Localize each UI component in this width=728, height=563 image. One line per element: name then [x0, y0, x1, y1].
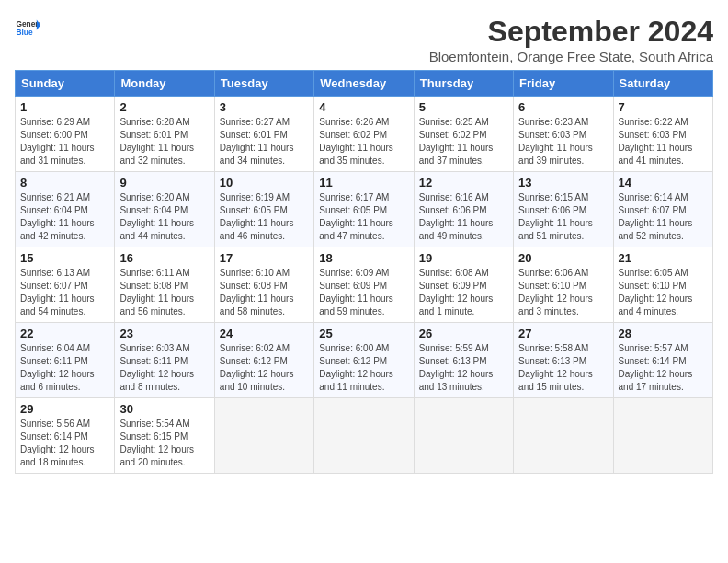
- calendar-cell: 28Sunrise: 5:57 AM Sunset: 6:14 PM Dayli…: [613, 323, 712, 398]
- day-number: 29: [20, 402, 109, 416]
- header-wednesday: Wednesday: [314, 71, 414, 97]
- day-info: Sunrise: 6:17 AM Sunset: 6:05 PM Dayligh…: [319, 191, 408, 243]
- calendar-cell: 24Sunrise: 6:02 AM Sunset: 6:12 PM Dayli…: [214, 323, 313, 398]
- day-info: Sunrise: 5:57 AM Sunset: 6:14 PM Dayligh…: [619, 342, 708, 394]
- day-number: 7: [619, 100, 708, 114]
- calendar-cell: [314, 398, 414, 474]
- calendar-cell: 26Sunrise: 5:59 AM Sunset: 6:13 PM Dayli…: [414, 323, 513, 398]
- day-number: 21: [619, 251, 708, 265]
- day-number: 23: [119, 327, 209, 340]
- main-title: September 2024: [429, 15, 713, 49]
- day-number: 16: [119, 251, 209, 265]
- subtitle: Bloemfontein, Orange Free State, South A…: [429, 49, 713, 64]
- calendar-week-3: 15Sunrise: 6:13 AM Sunset: 6:07 PM Dayli…: [16, 247, 713, 323]
- calendar-cell: 22Sunrise: 6:04 AM Sunset: 6:11 PM Dayli…: [16, 323, 115, 398]
- calendar-cell: 21Sunrise: 6:05 AM Sunset: 6:10 PM Dayli…: [613, 247, 712, 323]
- day-number: 15: [20, 251, 109, 265]
- day-number: 20: [518, 251, 608, 265]
- calendar-cell: 18Sunrise: 6:09 AM Sunset: 6:09 PM Dayli…: [314, 247, 414, 323]
- calendar-cell: 2Sunrise: 6:28 AM Sunset: 6:01 PM Daylig…: [115, 97, 214, 172]
- calendar-cell: 12Sunrise: 6:16 AM Sunset: 6:06 PM Dayli…: [414, 172, 513, 247]
- logo-icon: General Blue: [15, 15, 40, 40]
- day-number: 9: [119, 176, 209, 190]
- header-sunday: Sunday: [16, 71, 115, 97]
- day-info: Sunrise: 6:25 AM Sunset: 6:02 PM Dayligh…: [419, 116, 508, 167]
- day-info: Sunrise: 6:23 AM Sunset: 6:03 PM Dayligh…: [518, 116, 608, 167]
- calendar-week-4: 22Sunrise: 6:04 AM Sunset: 6:11 PM Dayli…: [16, 323, 713, 398]
- day-number: 12: [419, 176, 508, 190]
- day-info: Sunrise: 6:21 AM Sunset: 6:04 PM Dayligh…: [20, 191, 109, 243]
- day-info: Sunrise: 6:16 AM Sunset: 6:06 PM Dayligh…: [419, 191, 508, 243]
- calendar-cell: 16Sunrise: 6:11 AM Sunset: 6:08 PM Dayli…: [115, 247, 214, 323]
- calendar-cell: 13Sunrise: 6:15 AM Sunset: 6:06 PM Dayli…: [514, 172, 613, 247]
- calendar-cell: 17Sunrise: 6:10 AM Sunset: 6:08 PM Dayli…: [214, 247, 313, 323]
- calendar-cell: 29Sunrise: 5:56 AM Sunset: 6:14 PM Dayli…: [16, 398, 115, 474]
- calendar-cell: 10Sunrise: 6:19 AM Sunset: 6:05 PM Dayli…: [214, 172, 313, 247]
- calendar-cell: 23Sunrise: 6:03 AM Sunset: 6:11 PM Dayli…: [115, 323, 214, 398]
- day-info: Sunrise: 6:22 AM Sunset: 6:03 PM Dayligh…: [619, 116, 708, 167]
- day-info: Sunrise: 6:10 AM Sunset: 6:08 PM Dayligh…: [220, 267, 309, 318]
- day-info: Sunrise: 6:04 AM Sunset: 6:11 PM Dayligh…: [20, 342, 109, 394]
- day-info: Sunrise: 6:05 AM Sunset: 6:10 PM Dayligh…: [619, 267, 708, 318]
- day-info: Sunrise: 6:08 AM Sunset: 6:09 PM Dayligh…: [419, 267, 508, 318]
- day-info: Sunrise: 6:02 AM Sunset: 6:12 PM Dayligh…: [220, 342, 309, 394]
- day-info: Sunrise: 6:26 AM Sunset: 6:02 PM Dayligh…: [319, 116, 408, 167]
- day-info: Sunrise: 5:56 AM Sunset: 6:14 PM Dayligh…: [20, 418, 109, 469]
- calendar-week-1: 1Sunrise: 6:29 AM Sunset: 6:00 PM Daylig…: [16, 97, 713, 172]
- day-info: Sunrise: 6:06 AM Sunset: 6:10 PM Dayligh…: [518, 267, 608, 318]
- header-saturday: Saturday: [613, 71, 712, 97]
- calendar-cell: 9Sunrise: 6:20 AM Sunset: 6:04 PM Daylig…: [115, 172, 214, 247]
- day-number: 13: [518, 176, 608, 190]
- calendar-cell: 30Sunrise: 5:54 AM Sunset: 6:15 PM Dayli…: [115, 398, 214, 474]
- day-number: 30: [119, 402, 209, 416]
- calendar-cell: 27Sunrise: 5:58 AM Sunset: 6:13 PM Dayli…: [514, 323, 613, 398]
- calendar-cell: 14Sunrise: 6:14 AM Sunset: 6:07 PM Dayli…: [613, 172, 712, 247]
- day-info: Sunrise: 5:59 AM Sunset: 6:13 PM Dayligh…: [419, 342, 508, 394]
- calendar-cell: [613, 398, 712, 474]
- calendar-header-row: Sunday Monday Tuesday Wednesday Thursday…: [16, 71, 713, 97]
- calendar-cell: 6Sunrise: 6:23 AM Sunset: 6:03 PM Daylig…: [514, 97, 613, 172]
- calendar-week-2: 8Sunrise: 6:21 AM Sunset: 6:04 PM Daylig…: [16, 172, 713, 247]
- calendar-cell: 25Sunrise: 6:00 AM Sunset: 6:12 PM Dayli…: [314, 323, 414, 398]
- day-info: Sunrise: 6:20 AM Sunset: 6:04 PM Dayligh…: [119, 191, 209, 243]
- header-friday: Friday: [514, 71, 613, 97]
- day-number: 10: [220, 176, 309, 190]
- day-number: 2: [119, 100, 209, 114]
- day-number: 26: [419, 327, 508, 340]
- header-thursday: Thursday: [414, 71, 513, 97]
- calendar-cell: 1Sunrise: 6:29 AM Sunset: 6:00 PM Daylig…: [16, 97, 115, 172]
- logo: General Blue: [15, 15, 40, 40]
- day-info: Sunrise: 6:14 AM Sunset: 6:07 PM Dayligh…: [619, 191, 708, 243]
- day-info: Sunrise: 6:03 AM Sunset: 6:11 PM Dayligh…: [119, 342, 209, 394]
- calendar-table: Sunday Monday Tuesday Wednesday Thursday…: [15, 70, 713, 474]
- day-number: 14: [619, 176, 708, 190]
- day-info: Sunrise: 6:11 AM Sunset: 6:08 PM Dayligh…: [119, 267, 209, 318]
- day-number: 18: [319, 251, 408, 265]
- day-info: Sunrise: 6:27 AM Sunset: 6:01 PM Dayligh…: [220, 116, 309, 167]
- day-number: 1: [20, 100, 109, 114]
- calendar-cell: [414, 398, 513, 474]
- calendar-cell: 15Sunrise: 6:13 AM Sunset: 6:07 PM Dayli…: [16, 247, 115, 323]
- day-number: 24: [220, 327, 309, 340]
- calendar-cell: 5Sunrise: 6:25 AM Sunset: 6:02 PM Daylig…: [414, 97, 513, 172]
- day-number: 6: [518, 100, 608, 114]
- header-monday: Monday: [115, 71, 214, 97]
- svg-text:Blue: Blue: [16, 28, 32, 37]
- day-info: Sunrise: 6:09 AM Sunset: 6:09 PM Dayligh…: [319, 267, 408, 318]
- calendar-cell: 4Sunrise: 6:26 AM Sunset: 6:02 PM Daylig…: [314, 97, 414, 172]
- day-info: Sunrise: 5:58 AM Sunset: 6:13 PM Dayligh…: [518, 342, 608, 394]
- calendar-cell: 20Sunrise: 6:06 AM Sunset: 6:10 PM Dayli…: [514, 247, 613, 323]
- day-number: 4: [319, 100, 408, 114]
- day-info: Sunrise: 5:54 AM Sunset: 6:15 PM Dayligh…: [119, 418, 209, 469]
- day-number: 28: [619, 327, 708, 340]
- day-number: 19: [419, 251, 508, 265]
- title-block: September 2024 Bloemfontein, Orange Free…: [429, 15, 713, 64]
- day-number: 17: [220, 251, 309, 265]
- day-info: Sunrise: 6:15 AM Sunset: 6:06 PM Dayligh…: [518, 191, 608, 243]
- calendar-cell: 19Sunrise: 6:08 AM Sunset: 6:09 PM Dayli…: [414, 247, 513, 323]
- calendar-cell: 11Sunrise: 6:17 AM Sunset: 6:05 PM Dayli…: [314, 172, 414, 247]
- day-info: Sunrise: 6:13 AM Sunset: 6:07 PM Dayligh…: [20, 267, 109, 318]
- calendar-cell: 8Sunrise: 6:21 AM Sunset: 6:04 PM Daylig…: [16, 172, 115, 247]
- day-info: Sunrise: 6:00 AM Sunset: 6:12 PM Dayligh…: [319, 342, 408, 394]
- day-number: 22: [20, 327, 109, 340]
